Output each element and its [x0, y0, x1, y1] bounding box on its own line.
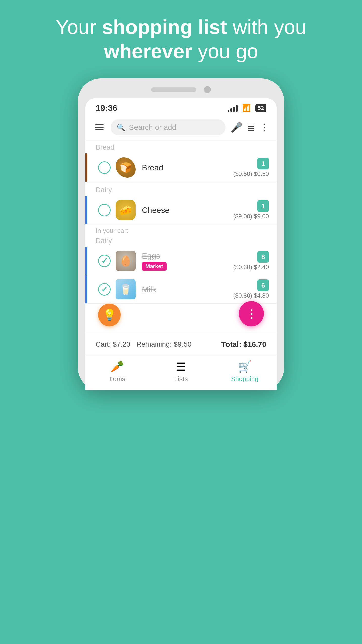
item-name-eggs: Eggs [142, 251, 233, 261]
hero-line1-light: Your [56, 16, 102, 38]
toolbar: 🔍 Search or add 🎤 ≣ ⋮ [85, 115, 277, 139]
toolbar-icons: 🎤 ≣ ⋮ [231, 122, 269, 133]
signal-icon [228, 105, 238, 112]
quantity-badge-milk: 6 [257, 279, 269, 291]
item-details-eggs: Eggs Market [142, 251, 233, 271]
hint-fab-button[interactable]: 💡 [98, 304, 121, 326]
item-details-bread: Bread [142, 163, 233, 172]
item-name-cheese: Cheese [142, 206, 233, 215]
cart-amount: Cart: $7.20 [96, 340, 130, 348]
nav-item-shopping[interactable]: 🛒 Shopping [213, 360, 277, 383]
item-details-milk: Milk [142, 285, 233, 294]
hero-line2-end: you go [192, 40, 258, 62]
phone-shell: 19:36 📶 52 🔍 Search or add 🎤 ≣ ⋮ [78, 78, 284, 390]
item-image-eggs: 🥚 [116, 251, 136, 271]
item-name-milk: Milk [142, 285, 233, 294]
list-item-eggs[interactable]: ✓ 🥚 Eggs Market 8 ($0.30) $2.40 [85, 247, 277, 275]
checkmark-eggs: ✓ [101, 256, 108, 266]
item-price-area-bread: 1 ($0.50) $0.50 [233, 158, 269, 177]
item-price-bread: ($0.50) $0.50 [233, 170, 269, 177]
item-price-cheese: ($9.00) $9.00 [233, 213, 269, 220]
lists-nav-icon: ☰ [176, 360, 186, 373]
item-tag-eggs: Market [142, 262, 167, 271]
status-bar: 19:36 📶 52 [85, 98, 277, 115]
item-price-area-cheese: 1 ($9.00) $9.00 [233, 200, 269, 220]
list-content: Bread 🍞 Bread 1 ($0.50) $0.50 Dairy [85, 139, 277, 304]
in-cart-header: In your cart [85, 224, 277, 236]
item-accent-eggs [85, 247, 87, 275]
lists-nav-label: Lists [174, 375, 188, 383]
remaining-amount: Remaining: $9.50 [136, 340, 191, 348]
item-details-cheese: Cheese [142, 206, 233, 215]
nav-item-items[interactable]: 🥕 Items [85, 360, 149, 383]
cart-summary: Cart: $7.20 Remaining: $9.50 Total: $16.… [85, 334, 277, 355]
search-box[interactable]: 🔍 Search or add [111, 119, 225, 135]
shopping-nav-label: Shopping [231, 375, 258, 383]
quantity-badge-bread: 1 [257, 158, 269, 169]
section-header-bread: Bread [85, 139, 277, 153]
search-placeholder: Search or add [129, 123, 176, 132]
cart-summary-left: Cart: $7.20 Remaining: $9.50 [96, 340, 191, 348]
nav-item-lists[interactable]: ☰ Lists [149, 360, 213, 383]
item-price-milk: ($0.80) $4.80 [233, 292, 269, 299]
camera [204, 86, 211, 93]
hero-text: Your shopping list with you wherever you… [40, 15, 321, 63]
item-price-eggs: ($0.30) $2.40 [233, 264, 269, 271]
fab-dots-icon: ⋮ [246, 307, 257, 320]
barcode-icon[interactable]: ≣ [247, 122, 255, 133]
item-name-bread: Bread [142, 163, 233, 172]
item-price-area-milk: 6 ($0.80) $4.80 [233, 279, 269, 299]
cart-total: Total: $16.70 [221, 340, 266, 349]
hero-line1-end: with you [227, 16, 306, 38]
fab-area: 💡 ⋮ [85, 304, 277, 334]
screen: 19:36 📶 52 🔍 Search or add 🎤 ≣ ⋮ [85, 98, 277, 390]
main-fab-button[interactable]: ⋮ [239, 301, 264, 326]
item-image-bread: 🍞 [116, 157, 136, 178]
checkbox-bread[interactable] [98, 161, 111, 174]
menu-button[interactable] [93, 122, 106, 132]
list-item-cheese[interactable]: 🧀 Cheese 1 ($9.00) $9.00 [85, 196, 277, 224]
list-item-milk[interactable]: ✓ 🥛 Milk 6 ($0.80) $4.80 [85, 275, 277, 304]
more-options-icon[interactable]: ⋮ [259, 122, 269, 133]
search-icon: 🔍 [117, 123, 125, 132]
wifi-icon: 📶 [242, 104, 251, 112]
phone-top [85, 86, 277, 93]
list-item-bread[interactable]: 🍞 Bread 1 ($0.50) $0.50 [85, 153, 277, 182]
section-header-dairy: Dairy [85, 182, 277, 196]
quantity-badge-eggs: 8 [257, 251, 269, 263]
hero-line1-bold: shopping list [102, 16, 227, 38]
shopping-nav-icon: 🛒 [238, 360, 252, 373]
item-image-cheese: 🧀 [116, 200, 136, 220]
checkbox-milk[interactable]: ✓ [98, 283, 111, 296]
item-price-area-eggs: 8 ($0.30) $2.40 [233, 251, 269, 271]
item-accent-milk [85, 275, 87, 303]
quantity-badge-cheese: 1 [257, 200, 269, 212]
checkbox-eggs[interactable]: ✓ [98, 255, 111, 267]
bottom-nav: 🥕 Items ☰ Lists 🛒 Shopping [85, 355, 277, 390]
item-image-milk: 🥛 [116, 279, 136, 299]
hero-line2-bold: wherever [104, 40, 192, 62]
item-accent-cheese [85, 196, 87, 224]
bottom-bar: Cart: $7.20 Remaining: $9.50 Total: $16.… [85, 334, 277, 390]
checkbox-cheese[interactable] [98, 204, 111, 216]
items-nav-icon: 🥕 [110, 360, 124, 373]
status-time: 19:36 [96, 103, 117, 113]
status-icons: 📶 52 [228, 104, 266, 112]
checkmark-milk: ✓ [101, 285, 108, 294]
hint-icon: 💡 [103, 308, 116, 321]
battery-indicator: 52 [255, 104, 266, 112]
speaker [151, 87, 196, 92]
item-accent-bread [85, 153, 87, 182]
items-nav-label: Items [109, 375, 125, 383]
mic-icon[interactable]: 🎤 [231, 122, 242, 133]
in-cart-dairy-header: Dairy [85, 236, 277, 247]
